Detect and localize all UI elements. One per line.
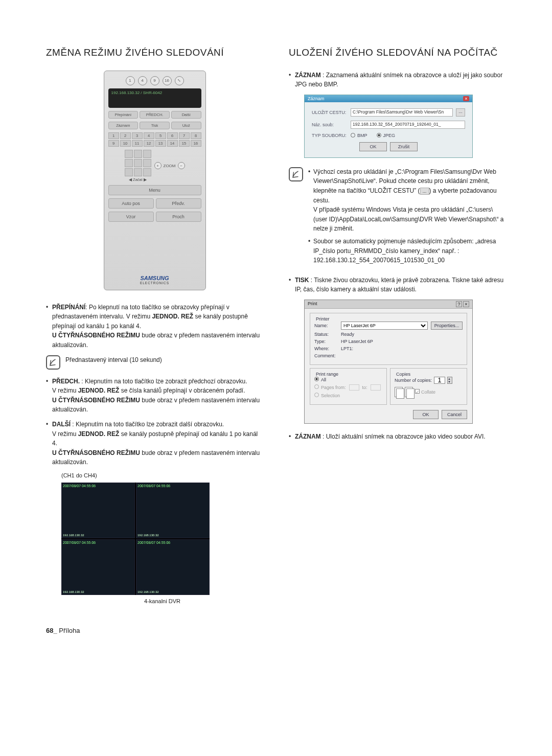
bullet-dalsi: DALŠÍ : Klepnutím na toto tlačítko lze z… xyxy=(46,420,263,467)
bullet-predch: PŘEDCH. : Klepnutím na toto tlačítko lze… xyxy=(46,377,263,415)
ch-btn[interactable]: 12 xyxy=(144,140,154,147)
range-selection: Selection xyxy=(314,393,340,398)
range-all[interactable]: All xyxy=(314,377,326,382)
tab-prev[interactable]: PŘEDCH. xyxy=(140,111,170,119)
note-icon xyxy=(289,167,303,181)
channel-grid: 1 2 3 4 5 6 7 8 9 10 11 12 13 14 15 16 xyxy=(108,132,201,147)
tab-next[interactable]: Další xyxy=(171,111,201,119)
btn-save[interactable]: Ulož xyxy=(171,122,201,129)
copies-field[interactable] xyxy=(434,377,445,384)
copies-label: Number of copies: xyxy=(395,378,432,383)
ch-btn[interactable]: 10 xyxy=(120,140,131,147)
print-dialog: Print ?× Printer Name: HP LaserJet 6P Pr… xyxy=(304,300,473,424)
mode-16[interactable]: 16 xyxy=(163,76,172,85)
radio-bmp[interactable]: BMP xyxy=(351,133,367,138)
zoom-label: ZOOM xyxy=(164,164,176,168)
from-field xyxy=(349,384,359,391)
cancel-button[interactable]: Cancel xyxy=(442,410,467,419)
ch-btn[interactable]: 1 xyxy=(108,132,119,139)
bullet-zaznam: ZÁZNAM : Zaznamená aktuální snímek na ob… xyxy=(289,71,506,89)
browse-button[interactable]: ... xyxy=(456,108,465,117)
ch-btn[interactable]: 3 xyxy=(132,132,143,139)
ok-button[interactable]: OK xyxy=(413,410,439,419)
type-value: HP LaserJet 6P xyxy=(341,339,373,344)
print-dialog-title: Print xyxy=(308,301,317,307)
ch-btn[interactable]: 5 xyxy=(155,132,166,139)
note-filename-pattern: Soubor se automaticky pojmenuje následuj… xyxy=(308,237,506,265)
collate-icon xyxy=(395,387,403,397)
zoom-out-icon[interactable]: − xyxy=(178,162,185,169)
ch-btn[interactable]: 8 xyxy=(191,132,201,139)
help-icon[interactable]: ? xyxy=(456,301,462,307)
quad-view: 2007/08/07 04:55:06192.168.130.32 2007/0… xyxy=(61,483,210,595)
ch-btn[interactable]: 16 xyxy=(191,140,201,147)
close-icon[interactable]: × xyxy=(463,301,469,307)
close-icon[interactable]: × xyxy=(463,96,469,101)
ch-btn[interactable]: 9 xyxy=(108,140,119,147)
filename-label: Náz. soub: xyxy=(312,122,348,127)
kanalni-caption: 4-kanalni DVR xyxy=(61,598,263,604)
mode-4[interactable]: 4 xyxy=(138,76,147,85)
range-legend: Print range xyxy=(314,372,340,377)
ch-btn[interactable]: 15 xyxy=(179,140,190,147)
to-field xyxy=(371,384,381,391)
status-value: Ready xyxy=(341,332,354,337)
heading-right: ULOŽENÍ ŽIVÉHO SLEDOVÁNÍ NA POČÍTAČ xyxy=(289,46,506,59)
menu-button[interactable]: Menu xyxy=(108,185,201,195)
save-dialog-title: Záznam xyxy=(308,96,325,101)
filename-field[interactable]: 192.168.130.32_554_20070719_192640_01_ xyxy=(351,121,465,129)
mode-full[interactable]: ⤡ xyxy=(175,76,184,85)
ptz-pad[interactable] xyxy=(125,150,151,176)
status-screen: 192.168.130.32 / SHR-6042 xyxy=(108,88,201,108)
range-pages: Pages from: xyxy=(314,384,346,390)
autopos-button[interactable]: Auto pos xyxy=(108,198,154,209)
cancel-button[interactable]: Zrušit xyxy=(390,142,418,151)
path-field[interactable]: C:\Program Files\Samsung\Dvr Web Viewer\… xyxy=(351,108,453,117)
ch-btn[interactable]: 4 xyxy=(144,132,154,139)
note-default-path: Výchozí cesta pro ukládání je „C:\Progra… xyxy=(308,167,506,234)
ch-btn[interactable]: 6 xyxy=(167,132,178,139)
ptz-start[interactable]: ◀ Začat ▶ xyxy=(125,177,151,182)
ch-btn[interactable]: 7 xyxy=(179,132,190,139)
comment-label: Comment: xyxy=(314,353,338,358)
where-label: Where: xyxy=(314,346,338,351)
mode-9[interactable]: 9 xyxy=(150,76,159,85)
btn-print[interactable]: Tisk xyxy=(140,122,170,129)
type-label: Type: xyxy=(314,339,338,344)
control-panel: 1 4 9 16 ⤡ 192.168.130.32 / SHR-6042 Pře… xyxy=(104,71,206,290)
heading-left: ZMĚNA REŽIMU ŽIVÉHO SLEDOVÁNÍ xyxy=(46,46,263,59)
page-footer: 68_ Příloha xyxy=(46,627,506,634)
ch-btn[interactable]: 2 xyxy=(120,132,131,139)
radio-jpeg[interactable]: JPEG xyxy=(377,133,396,138)
mode-1[interactable]: 1 xyxy=(126,76,135,85)
spinner-icon[interactable]: ▲▼ xyxy=(447,377,452,384)
ch-btn[interactable]: 14 xyxy=(167,140,178,147)
path-label: ULOŽIT CESTU: xyxy=(312,110,348,115)
filetype-label: TYP SOUBORU: xyxy=(312,133,348,138)
collate-check[interactable]: ✓Collate xyxy=(415,389,435,395)
tab-switch[interactable]: Přepínání xyxy=(108,111,139,119)
copies-legend: Copies xyxy=(395,372,412,377)
collate-icon xyxy=(405,387,413,397)
properties-button[interactable]: Properties... xyxy=(431,322,463,330)
ch-btn[interactable]: 13 xyxy=(155,140,166,147)
browse-inline-icon: ... xyxy=(420,188,429,195)
printer-legend: Printer xyxy=(314,316,331,322)
printer-name-label: Name: xyxy=(314,323,338,328)
note-interval: Přednastavený interval (10 sekund) xyxy=(65,355,263,365)
bullet-prepinani: PŘEPÍNÁNÍ: Po klepnutí na toto tlačítko … xyxy=(46,303,263,350)
save-dialog: Záznam × ULOŽIT CESTU: C:\Program Files\… xyxy=(304,95,473,158)
bullet-tisk: TISK : Tiskne živou obrazovku, která je … xyxy=(289,276,506,294)
bullet-zaznam-avi: ZÁZNAM : Uloží aktuální snímek na obrazo… xyxy=(289,432,506,442)
pattern-button[interactable]: Vzor xyxy=(108,212,154,222)
zoom-in-icon[interactable]: + xyxy=(154,162,162,169)
where-value: LPT1: xyxy=(341,346,353,351)
ok-button[interactable]: OK xyxy=(359,142,387,151)
status-label: Status: xyxy=(314,332,338,337)
preset-button[interactable]: Předv. xyxy=(156,198,201,209)
ch-btn[interactable]: 11 xyxy=(132,140,143,147)
printer-select[interactable]: HP LaserJet 6P xyxy=(341,322,428,330)
scan-button[interactable]: Proch xyxy=(156,212,201,222)
brand-logo: SAMSUNG ELECTRONICS xyxy=(108,275,201,285)
btn-record[interactable]: Záznam xyxy=(108,122,139,129)
